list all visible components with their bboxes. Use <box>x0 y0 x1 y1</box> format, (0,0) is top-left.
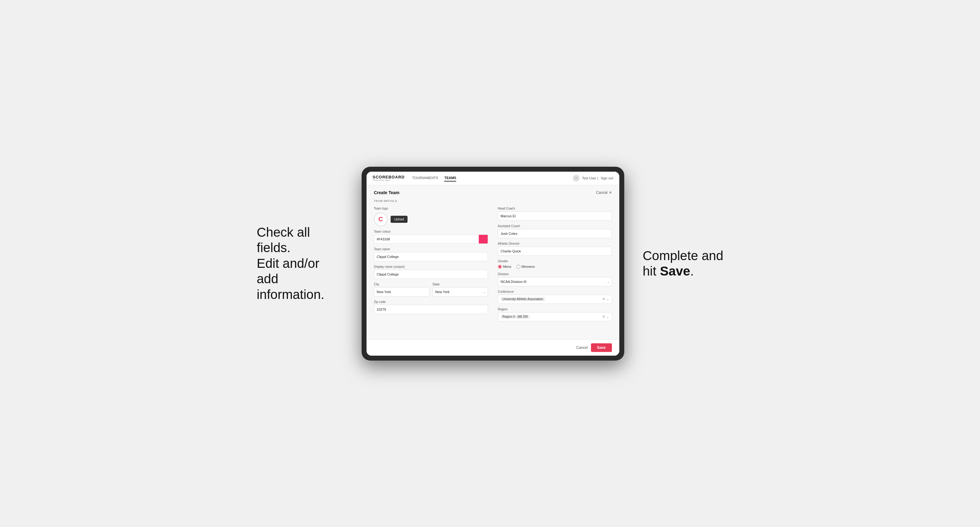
conference-clear-icon[interactable]: ✕ <box>602 297 605 301</box>
logo-section: C Upload <box>374 213 488 226</box>
action-bar: Cancel Save <box>366 339 619 356</box>
right-annotation-line2: hit <box>643 264 660 278</box>
head-coach-label: Head Coach <box>498 207 612 210</box>
logo-circle: C <box>374 213 388 226</box>
city-input[interactable] <box>374 287 430 297</box>
division-field: Division NCAA Division III NCAA Division… <box>498 273 612 286</box>
city-label: City <box>374 283 430 286</box>
region-chevron-icon[interactable]: ⌄ <box>606 315 609 319</box>
right-annotation-line1: Complete and <box>643 248 724 263</box>
state-field: State New York <box>433 283 488 297</box>
form-left: Team logo C Upload Team colour <box>374 207 488 321</box>
region-label: Region <box>498 308 612 311</box>
gender-field: Gender Mens Womens <box>498 259 612 269</box>
form-grid: Team logo C Upload Team colour <box>374 207 612 321</box>
brand-sub: Powered by clippd <box>373 179 405 181</box>
left-annotation-line1: Check all fields. <box>257 225 310 255</box>
state-select[interactable]: New York <box>433 287 488 297</box>
city-state-field: City State New York <box>374 283 488 297</box>
color-swatch[interactable] <box>479 235 488 244</box>
brand-main: SCOREBOARD <box>373 175 405 179</box>
team-name-field: Team name <box>374 248 488 261</box>
region-clear-icon[interactable]: ✕ <box>602 315 605 319</box>
nav-tournaments[interactable]: TOURNAMENTS <box>412 175 438 181</box>
conference-label: Conference <box>498 290 612 294</box>
gender-label: Gender <box>498 259 612 263</box>
conference-controls: ✕ ⌄ <box>602 297 609 301</box>
nav-teams[interactable]: TEAMS <box>444 175 456 181</box>
signout-link[interactable]: Sign out <box>600 176 613 180</box>
brand: SCOREBOARD Powered by clippd <box>373 175 405 181</box>
close-icon: ✕ <box>609 190 612 195</box>
right-annotation-bold: Save <box>660 264 690 278</box>
division-select[interactable]: NCAA Division III NCAA Division II NCAA … <box>498 277 612 286</box>
device-screen: SCOREBOARD Powered by clippd TOURNAMENTS… <box>366 171 619 356</box>
page-title: Create Team <box>374 190 399 195</box>
save-button[interactable]: Save <box>591 343 612 352</box>
user-text: Test User | <box>582 176 598 180</box>
athletic-director-field: Athletic Director <box>498 242 612 256</box>
division-select-wrapper: NCAA Division III NCAA Division II NCAA … <box>498 277 612 286</box>
conference-chevron-icon[interactable]: ⌄ <box>606 297 609 301</box>
zip-input[interactable] <box>374 305 488 314</box>
gender-radio-group: Mens Womens <box>498 265 612 269</box>
head-coach-field: Head Coach <box>498 207 612 221</box>
left-annotation-line3: information. <box>257 287 324 302</box>
team-logo-field: Team logo C Upload <box>374 207 488 226</box>
display-name-input[interactable] <box>374 270 488 279</box>
gender-womens-label[interactable]: Womens <box>516 265 535 269</box>
region-field: Region Region II - (M) DIII ✕ ⌄ <box>498 308 612 321</box>
cancel-button[interactable]: Cancel <box>576 346 587 350</box>
left-annotation: Check all fields. Edit and/or add inform… <box>257 225 343 302</box>
gender-womens-radio[interactable] <box>516 265 520 269</box>
division-label: Division <box>498 273 612 276</box>
team-name-label: Team name <box>374 248 488 251</box>
form-right: Head Coach Assistant Coach Athletic Dire… <box>498 207 612 321</box>
display-name-field: Display name (unique) <box>374 265 488 279</box>
conference-multi-select[interactable]: University Athletic Association ✕ ⌄ <box>498 295 612 304</box>
team-name-input[interactable] <box>374 252 488 261</box>
team-colour-label: Team colour <box>374 230 488 233</box>
navbar: SCOREBOARD Powered by clippd TOURNAMENTS… <box>366 171 619 185</box>
team-colour-field: Team colour <box>374 230 488 244</box>
right-annotation-period: . <box>690 264 694 278</box>
region-multi-select[interactable]: Region II - (M) DIII ✕ ⌄ <box>498 312 612 321</box>
city-field: City <box>374 283 430 297</box>
left-annotation-line2: Edit and/or add <box>257 256 319 286</box>
device: SCOREBOARD Powered by clippd TOURNAMENTS… <box>362 167 624 360</box>
color-input-row <box>374 235 488 244</box>
page-title-bar: Create Team Cancel ✕ <box>374 190 612 195</box>
state-select-wrapper: New York <box>433 287 488 297</box>
assistant-coach-field: Assistant Coach <box>498 224 612 238</box>
user-avatar: T <box>573 175 579 181</box>
zip-field: Zip code <box>374 300 488 314</box>
upload-button[interactable]: Upload <box>391 216 408 223</box>
athletic-director-input[interactable] <box>498 246 612 256</box>
nav-links: TOURNAMENTS TEAMS <box>412 175 565 181</box>
athletic-director-label: Athletic Director <box>498 242 612 245</box>
main-content: Create Team Cancel ✕ TEAM DETAILS Team l… <box>366 185 619 339</box>
zip-label: Zip code <box>374 300 488 303</box>
region-controls: ✕ ⌄ <box>602 315 609 319</box>
right-annotation: Complete and hit Save. <box>643 248 724 279</box>
section-label: TEAM DETAILS <box>374 199 612 203</box>
region-tag: Region II - (M) DIII <box>501 315 530 319</box>
gender-mens-radio[interactable] <box>498 265 502 269</box>
gender-mens-label[interactable]: Mens <box>498 265 511 269</box>
conference-tag: University Athletic Association <box>501 297 545 301</box>
head-coach-input[interactable] <box>498 211 612 221</box>
display-name-label: Display name (unique) <box>374 265 488 268</box>
navbar-user: T Test User | Sign out <box>573 175 613 181</box>
state-label: State <box>433 283 488 286</box>
conference-field: Conference University Athletic Associati… <box>498 290 612 304</box>
city-state-row: City State New York <box>374 283 488 297</box>
assistant-coach-label: Assistant Coach <box>498 224 612 228</box>
team-logo-label: Team logo <box>374 207 488 210</box>
cancel-top[interactable]: Cancel ✕ <box>596 190 612 195</box>
team-colour-input[interactable] <box>374 235 479 244</box>
assistant-coach-input[interactable] <box>498 229 612 238</box>
